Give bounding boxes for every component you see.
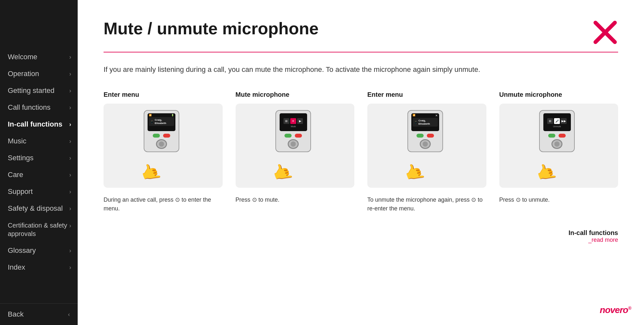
chevron-right-icon: › (69, 205, 71, 212)
brand-name: novero (600, 305, 628, 315)
read-more-link[interactable]: _read more (588, 237, 618, 243)
chevron-right-icon: › (69, 54, 71, 61)
chevron-right-icon: › (69, 104, 71, 111)
sidebar-item-welcome[interactable]: Welcome › (0, 49, 78, 65)
sidebar-item-settings[interactable]: Settings › (0, 150, 78, 166)
sidebar-item-label: Call functions (8, 103, 50, 112)
step-2-label: Mute microphone (236, 91, 355, 98)
step-2-description: Press ⊙ to mute. (236, 196, 355, 204)
back-label: Back (8, 310, 24, 319)
step-4-description: Press ⊙ to unmute. (499, 196, 618, 204)
sidebar-item-label: Care (8, 171, 23, 179)
step-1: Enter menu 📶 🔋 (104, 91, 223, 213)
chevron-right-icon: › (69, 87, 71, 94)
brand-trademark: ® (628, 306, 631, 311)
chevron-right-icon: › (69, 264, 71, 271)
sidebar-item-index[interactable]: Index › (0, 259, 78, 276)
chevron-right-icon: › (69, 172, 71, 178)
sidebar-item-operation[interactable]: Operation › (0, 65, 78, 82)
bottom-section: In-call functions _read more (104, 229, 618, 243)
mute-icon (592, 19, 618, 45)
chevron-right-icon: › (69, 222, 71, 229)
step-4: Unmute microphone ⊞ 🎤 ▶▶ Unmute (499, 91, 618, 213)
sidebar-item-care[interactable]: Care › (0, 166, 78, 183)
back-button[interactable]: Back ‹ (0, 303, 78, 325)
chevron-right-icon: › (69, 71, 71, 77)
chevron-right-icon: › (69, 247, 71, 254)
page-title: Mute / unmute microphone (104, 19, 318, 38)
chevron-right-icon: › (69, 138, 71, 145)
sidebar-item-label: Operation (8, 70, 39, 78)
sidebar-item-label: Music (8, 137, 26, 145)
sidebar: Welcome › Operation › Getting started › … (0, 0, 78, 325)
step-1-label: Enter menu (104, 91, 223, 98)
steps-grid: Enter menu 📶 🔋 (104, 91, 618, 213)
sidebar-item-incall-functions[interactable]: In-call functions › (0, 116, 78, 133)
step-2: Mute microphone ⊞ ✕ ▶ Mute (236, 91, 355, 213)
step-3-description: To unmute the microphone again, press ⊙ … (367, 196, 486, 213)
main-content: Mute / unmute microphone If you are main… (78, 0, 644, 325)
read-more-title: In-call functions (569, 229, 618, 237)
brand-logo: novero® (600, 305, 631, 315)
sidebar-item-getting-started[interactable]: Getting started › (0, 82, 78, 99)
page-description: If you are mainly listening during a cal… (104, 64, 557, 75)
step-2-device: ⊞ ✕ ▶ Mute (236, 104, 355, 188)
sidebar-item-label: Getting started (8, 86, 54, 95)
sidebar-item-label: Certification & safety approvals (8, 221, 69, 238)
step-3: Enter menu 📶 ✕ 📱 (367, 91, 486, 213)
sidebar-item-label: In-call functions (8, 120, 62, 129)
sidebar-item-label: Safety & disposal (8, 204, 63, 213)
sidebar-item-call-functions[interactable]: Call functions › (0, 99, 78, 116)
chevron-left-icon: ‹ (68, 311, 70, 318)
sidebar-item-label: Support (8, 187, 33, 196)
sidebar-item-glossary[interactable]: Glossary › (0, 242, 78, 259)
sidebar-item-label: Settings (8, 154, 34, 162)
sidebar-item-safety[interactable]: Safety & disposal › (0, 200, 78, 217)
sidebar-item-label: Index (8, 263, 25, 272)
step-3-label: Enter menu (367, 91, 486, 98)
chevron-right-icon: › (69, 121, 71, 128)
step-1-device: 📶 🔋 📱 Craig,Elisabeth (104, 104, 223, 188)
step-1-description: During an active call, press ⊙ to enter … (104, 196, 223, 213)
step-4-label: Unmute microphone (499, 91, 618, 98)
sidebar-item-label: Glossary (8, 246, 36, 255)
page-header: Mute / unmute microphone (104, 19, 618, 52)
step-3-device: 📶 ✕ 📱 Craig,Elisabeth (367, 104, 486, 188)
read-more-block: In-call functions _read more (569, 229, 618, 243)
sidebar-item-support[interactable]: Support › (0, 183, 78, 200)
sidebar-item-label: Welcome (8, 53, 37, 61)
chevron-right-icon: › (69, 188, 71, 195)
chevron-right-icon: › (69, 155, 71, 162)
sidebar-item-music[interactable]: Music › (0, 133, 78, 150)
sidebar-item-certification[interactable]: Certification & safety approvals › (0, 217, 78, 242)
sidebar-nav: Welcome › Operation › Getting started › … (0, 0, 78, 303)
step-4-device: ⊞ 🎤 ▶▶ Unmute (499, 104, 618, 188)
